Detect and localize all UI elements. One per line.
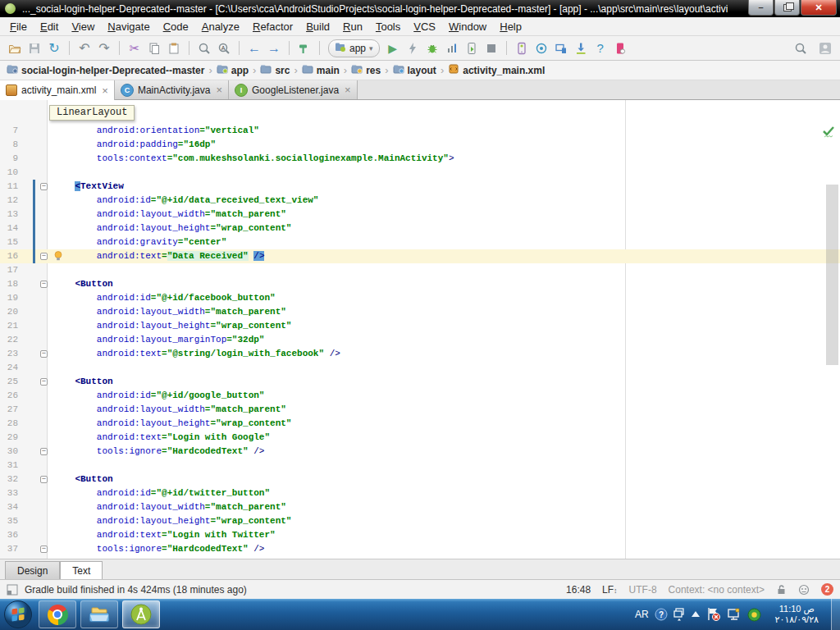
line-number[interactable]: 31 [0, 459, 18, 472]
line-number[interactable]: 7 [0, 124, 18, 138]
notification-badge[interactable]: 2 [821, 583, 833, 596]
sdk-icon[interactable] [572, 39, 590, 57]
line-number[interactable]: 9 [0, 152, 18, 166]
line-ending-selector[interactable]: LF↕ [602, 584, 618, 596]
context-indicator[interactable]: Context: <no context> [669, 584, 765, 596]
fold-marker-end[interactable]: − [40, 350, 48, 358]
menu-run[interactable]: Run [336, 18, 369, 35]
code-line-14[interactable]: 14 android:layout_height="wrap_content" [0, 221, 840, 235]
highlighting-level-icon[interactable] [798, 584, 810, 596]
sync-icon[interactable]: ↻ [45, 39, 63, 57]
code-line-33[interactable]: 33 android:id="@+id/twitter_button" [0, 486, 840, 500]
cut-icon[interactable]: ✂ [126, 39, 144, 57]
close-icon[interactable]: × [102, 85, 108, 96]
paste-icon[interactable] [165, 39, 183, 57]
forward-icon[interactable]: → [265, 39, 283, 57]
mode-tab-design[interactable]: Design [5, 561, 60, 579]
code-line-16[interactable]: 16− android:text="Data Received" /> [0, 249, 840, 263]
menu-view[interactable]: View [65, 18, 101, 35]
menu-vcs[interactable]: VCS [407, 18, 442, 35]
editor-scrollbar[interactable] [826, 185, 838, 365]
stop-icon[interactable] [482, 39, 500, 57]
line-number[interactable]: 29 [0, 431, 18, 445]
find-icon[interactable] [195, 39, 213, 57]
line-number[interactable]: 37 [0, 542, 18, 556]
line-number[interactable]: 13 [0, 208, 18, 221]
breadcrumb-item-src[interactable]: src [258, 63, 291, 77]
taskbar-clock[interactable]: ص 11:10 ٢٠١٨/٠٩/٢٨ [775, 604, 819, 625]
code-line-28[interactable]: 28 android:layout_height="wrap_content" [0, 417, 840, 431]
code-line-29[interactable]: 29 android:text="Login with Google" [0, 431, 840, 445]
caret-position[interactable]: 16:48 [566, 584, 591, 596]
run-icon[interactable]: ▶ [384, 39, 402, 57]
menu-edit[interactable]: Edit [34, 18, 65, 35]
fold-marker-start[interactable]: − [40, 476, 48, 483]
show-desktop-button[interactable] [831, 599, 840, 630]
code-line-27[interactable]: 27 android:layout_width="match_parent" [0, 403, 840, 417]
toolwindow-toggle-icon[interactable] [7, 584, 18, 596]
device-icon[interactable] [513, 39, 531, 57]
devices-icon[interactable] [552, 39, 570, 57]
code-line-20[interactable]: 20 android:layout_width="match_parent" [0, 305, 840, 319]
code-line-7[interactable]: 7 android:orientation="vertical" [0, 124, 840, 138]
menu-window[interactable]: Window [442, 18, 493, 35]
code-line-24[interactable]: 24 [0, 361, 840, 375]
inspection-status-icon[interactable] [821, 125, 836, 142]
line-number[interactable]: 16 [0, 249, 18, 263]
code-line-22[interactable]: 22 android:layout_marginTop="32dp" [0, 333, 840, 347]
redo-icon[interactable]: ↷ [95, 39, 113, 57]
close-icon[interactable]: × [216, 84, 222, 95]
remote-window-tray-icon[interactable] [673, 608, 685, 621]
code-line-12[interactable]: 12 android:id="@+id/data_received_text_v… [0, 194, 840, 208]
breadcrumb-item-activity_main.xml[interactable]: activity_main.xml [446, 63, 546, 77]
language-indicator[interactable]: AR [635, 609, 649, 620]
help-icon[interactable]: ? [591, 39, 609, 57]
line-number[interactable]: 11 [0, 180, 18, 194]
line-number[interactable]: 18 [0, 277, 18, 291]
line-number[interactable]: 10 [0, 166, 18, 180]
taskbar-chrome-button[interactable] [39, 600, 76, 628]
close-button[interactable]: ✕ [801, 0, 837, 16]
menu-code[interactable]: Code [157, 18, 195, 35]
menu-tools[interactable]: Tools [369, 18, 407, 35]
line-number[interactable]: 33 [0, 486, 18, 500]
hammer-icon[interactable] [295, 39, 313, 57]
line-number[interactable]: 22 [0, 333, 18, 347]
code-line-9[interactable]: 9 tools:context="com.mukeshsolanki.socia… [0, 152, 840, 166]
fold-marker-end[interactable]: − [40, 253, 48, 260]
line-number[interactable]: 34 [0, 500, 18, 514]
show-hidden-icons[interactable] [691, 610, 701, 619]
save-icon[interactable] [25, 39, 43, 57]
minimize-button[interactable]: – [748, 0, 774, 16]
line-number[interactable]: 28 [0, 417, 18, 431]
line-number[interactable]: 23 [0, 347, 18, 361]
code-line-37[interactable]: 37− tools:ignore="HardcodedText" /> [0, 542, 840, 556]
fold-marker-start[interactable]: − [40, 183, 48, 190]
profile-icon[interactable] [443, 39, 461, 57]
fold-marker-start[interactable]: − [40, 281, 48, 288]
breadcrumb-item-app[interactable]: app [215, 63, 250, 77]
fold-marker-end[interactable]: − [40, 546, 48, 553]
line-number[interactable]: 17 [0, 263, 18, 277]
code-line-17[interactable]: 17 [0, 263, 840, 277]
avatar[interactable] [816, 39, 834, 57]
fold-marker-start[interactable]: − [40, 378, 48, 386]
line-number[interactable]: 12 [0, 194, 18, 208]
code-line-23[interactable]: 23− android:text="@string/login_with_fac… [0, 347, 840, 361]
antivirus-tray-icon[interactable] [747, 608, 761, 622]
tab-GoogleListener.java[interactable]: IGoogleListener.java× [229, 80, 358, 99]
code-line-31[interactable]: 31 [0, 459, 840, 472]
copy-icon[interactable] [145, 39, 163, 57]
menu-help[interactable]: Help [493, 18, 528, 35]
network-tray-icon[interactable] [727, 608, 742, 621]
code-line-26[interactable]: 26 android:id="@+id/google_button" [0, 389, 840, 403]
line-number[interactable]: 26 [0, 389, 18, 403]
fold-marker-end[interactable]: − [40, 448, 48, 455]
breadcrumb-item-social-login-helper-Deprecated--master[interactable]: social-login-helper-Deprecated--master [5, 63, 206, 77]
line-number[interactable]: 35 [0, 514, 18, 528]
line-number[interactable]: 25 [0, 375, 18, 389]
close-icon[interactable]: × [345, 84, 351, 95]
code-editor[interactable]: 7 android:orientation="vertical"8 androi… [0, 100, 840, 559]
code-line-8[interactable]: 8 android:padding="16dp" [0, 138, 840, 152]
run-configuration-selector[interactable]: app▾ [328, 39, 380, 57]
